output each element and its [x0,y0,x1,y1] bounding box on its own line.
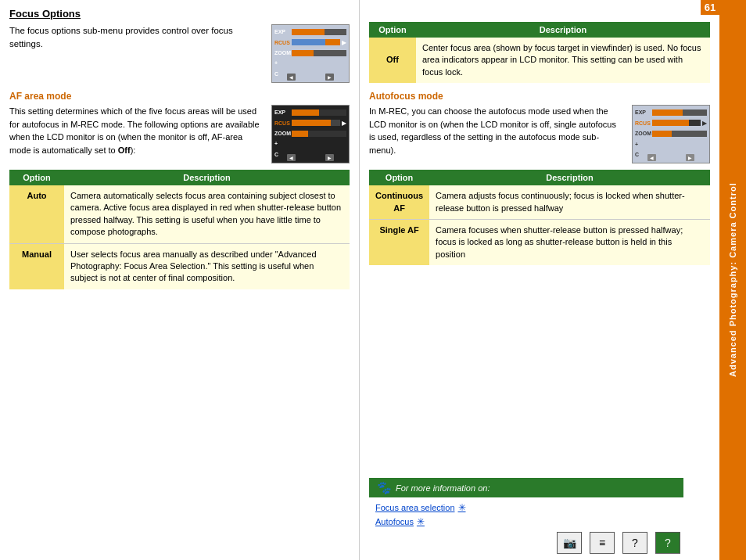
af-area-text: This setting determines which of the fiv… [9,105,264,156]
bottom-info: 🐾 For more information on: Focus area se… [369,478,683,529]
right-sidebar: Advanced Photography: Camera Control [719,0,746,560]
footer-icons: 📷 ≡ ? ? [557,532,680,554]
main-content: Focus Options The focus options sub-menu… [0,0,746,560]
page-title: Focus Options [9,8,350,20]
autofocus-with-image: In M-REC, you can choose the autofocus m… [369,105,710,163]
desc-continuous-af: Camera adjusts focus continuously; focus… [429,185,710,219]
desc-off: Center focus area (shown by focus target… [416,38,710,83]
af-area-table: Option Description Auto Camera automatic… [9,170,350,289]
option-continuous-af: Continuous AF [369,185,429,219]
page-number: 61 [701,0,719,15]
desc-auto: Camera automatically selects focus area … [64,185,350,243]
top-table: Option Description Off Center focus area… [369,22,710,83]
option-off: Off [369,38,416,83]
camera-screen-1: EXP RCUS ▶ ZOOM + C [271,24,350,83]
cursor-icon-2: ✳ [417,516,425,527]
af-area-section: This setting determines which of the fiv… [9,105,350,163]
table-header-desc: Description [64,170,350,185]
info-box: 🐾 For more information on: [369,478,683,497]
table-row: Single AF Camera focuses when shutter-re… [369,219,710,265]
question-icon-btn[interactable]: ? [622,532,647,554]
autofocus-text: In M-REC, you can choose the autofocus m… [369,105,624,156]
right-column: 61 Option Description Off Center focus a… [360,0,719,560]
help-icon-btn[interactable]: ? [655,532,680,554]
table-row: Auto Camera automatically selects focus … [9,185,350,243]
link-text-auto: Autofocus [375,517,414,526]
camera-screen-2: EXP RCUS ▶ ZOOM + C [271,105,350,163]
link-autofocus[interactable]: Autofocus ✳ [369,515,683,529]
cursor-icon: ✳ [458,502,466,513]
link-focus-area[interactable]: Focus area selection ✳ [369,501,683,515]
autofocus-section: Autofocus mode In M-REC, you can choose … [369,91,710,265]
table-row: Continuous AF Camera adjusts focus conti… [369,185,710,219]
sidebar-text: Advanced Photography: Camera Control [728,183,737,378]
autofocus-table: Option Description Continuous AF Camera … [369,170,710,265]
af-table-header-option: Option [369,170,429,185]
info-box-label: For more information on: [396,483,490,493]
table-row: Off Center focus area (shown by focus ta… [369,38,710,83]
intro-section: The focus options sub-menu provides cont… [9,24,350,83]
option-auto: Auto [9,185,64,243]
intro-text: The focus options sub-menu provides cont… [9,24,264,52]
af-area-title: AF area mode [9,91,350,102]
desc-manual: User selects focus area manually as desc… [64,243,350,289]
top-table-header-option: Option [369,22,416,38]
camera-screen-3: EXP RCUS ▶ ZOOM + [632,105,710,163]
top-table-header-desc: Description [416,22,710,38]
af-table-header-desc: Description [429,170,710,185]
camera-icon-btn[interactable]: 📷 [557,532,582,554]
link-text-focus: Focus area selection [375,503,455,512]
list-icon-btn[interactable]: ≡ [590,532,615,554]
table-row: Manual User selects focus area manually … [9,243,350,289]
desc-single-af: Camera focuses when shutter-release butt… [429,219,710,265]
table-header-option: Option [9,170,64,185]
option-single-af: Single AF [369,219,429,265]
left-column: Focus Options The focus options sub-menu… [0,0,360,560]
option-manual: Manual [9,243,64,289]
autofocus-title: Autofocus mode [369,91,710,102]
